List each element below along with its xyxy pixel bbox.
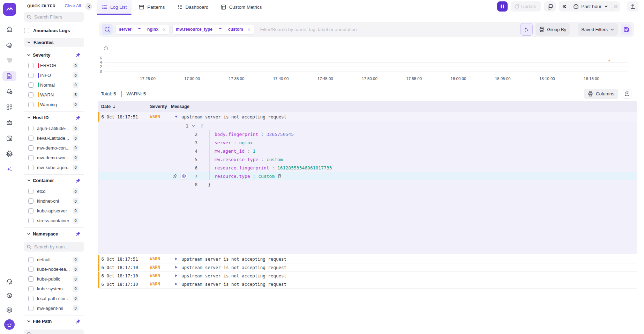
chart-canvas[interactable]: 024617:25:0017:30:0017:35:0017:40:0017:4… <box>89 37 644 86</box>
log-row[interactable]: 6 Oct 18:17:51WARNupstream server is not… <box>98 255 637 263</box>
filter-item-local-path-stor-[interactable]: local-path-stor..0 <box>24 293 84 303</box>
chip-key[interactable]: server <box>116 27 135 32</box>
expand-row-icon[interactable] <box>174 282 178 286</box>
ai-filter-button[interactable] <box>520 23 533 36</box>
json-value[interactable]: 1 <box>253 148 256 154</box>
json-key[interactable]: resource.fingerprint <box>215 165 269 170</box>
checkbox[interactable] <box>28 136 33 141</box>
log-row[interactable]: 6 Oct 18:17:10WARNupstream server is not… <box>98 263 637 272</box>
chip-operator[interactable]: = <box>216 27 225 32</box>
chip-remove-button[interactable] <box>162 27 169 32</box>
filter-item-kube-apiserver[interactable]: kube-apiserver0 <box>24 206 84 216</box>
search-filters-input[interactable] <box>34 14 76 20</box>
package-nav[interactable] <box>2 291 16 300</box>
checkbox[interactable] <box>28 198 33 204</box>
filter-item-etcd[interactable]: etcd0 <box>24 187 84 196</box>
expand-row-icon[interactable] <box>174 274 178 277</box>
copy-view-button[interactable] <box>544 1 556 12</box>
home-nav[interactable] <box>2 24 16 34</box>
json-value[interactable]: 16128553346861817733 <box>277 165 332 170</box>
filter-item-mw-kube-agen-[interactable]: mw-kube-agen..0 <box>24 162 84 172</box>
alerts-nav[interactable] <box>2 87 16 96</box>
json-key[interactable]: resource.type <box>215 174 250 179</box>
pin-icon[interactable] <box>76 178 81 183</box>
filter-item-kindnet-cni[interactable]: kindnet-cni0 <box>24 196 84 206</box>
tab-dashboard[interactable]: Dashboard <box>172 0 214 14</box>
pin-line-icon[interactable] <box>173 174 178 179</box>
checkbox[interactable] <box>28 73 33 78</box>
group-by-button[interactable]: Group By <box>536 23 570 36</box>
dashboard-builder-nav[interactable] <box>2 102 16 112</box>
namespace-search-input[interactable] <box>34 244 76 249</box>
anomalous-logs-checkbox[interactable] <box>24 28 29 33</box>
time-range-selector[interactable]: Past hour <box>570 1 612 12</box>
user-avatar[interactable] <box>4 319 15 330</box>
middleware-logo[interactable] <box>3 3 16 16</box>
filter-item-warn[interactable]: WARN5 <box>24 90 84 100</box>
checkbox[interactable] <box>28 286 33 291</box>
filter-item-error[interactable]: ERROR0 <box>24 61 84 71</box>
anomalous-logs-row[interactable]: Anomalous Logs <box>24 27 84 34</box>
filter-item-kube-public[interactable]: kube-public0 <box>24 274 84 284</box>
checkbox[interactable] <box>28 165 33 170</box>
traces-nav[interactable] <box>2 56 16 65</box>
checkbox[interactable] <box>28 267 33 272</box>
cloud-cost-nav[interactable] <box>2 40 16 50</box>
checkbox[interactable] <box>28 92 33 97</box>
json-key[interactable]: mw.agent_id <box>215 148 245 154</box>
checkbox[interactable] <box>28 126 33 131</box>
filter-item-mw-demo-wor-[interactable]: mw-demo-wor...0 <box>24 153 84 162</box>
json-key[interactable]: mw.resource_type <box>215 157 258 162</box>
time-back-button[interactable] <box>559 1 570 12</box>
checkbox[interactable] <box>28 63 33 68</box>
ai-sparkle-nav[interactable] <box>2 165 16 174</box>
section-header-severity[interactable]: Severity <box>24 52 84 58</box>
column-header-severity[interactable]: Severity <box>150 104 171 109</box>
chip-operator[interactable]: = <box>135 27 144 32</box>
collapse-row-icon[interactable] <box>174 115 178 118</box>
checkbox[interactable] <box>28 102 33 107</box>
checkbox[interactable] <box>28 276 33 282</box>
section-header-file-path[interactable]: File Path <box>24 318 84 325</box>
support-headset-nav[interactable] <box>2 276 16 286</box>
checkbox[interactable] <box>28 155 33 160</box>
checkbox[interactable] <box>28 189 33 194</box>
chip-value[interactable]: custom <box>225 27 246 32</box>
checkbox[interactable] <box>28 257 33 262</box>
chevron-down-icon[interactable] <box>192 124 195 128</box>
filter-item-keval-latitude-[interactable]: keval-Latitude...0 <box>24 133 84 143</box>
chip-remove-button[interactable] <box>246 27 254 32</box>
section-header-namespace[interactable]: Namespace <box>24 231 84 237</box>
help-button[interactable] <box>623 89 631 99</box>
filter-item-mw-demo-con-[interactable]: mw-demo-con...0 <box>24 143 84 153</box>
pin-icon[interactable] <box>76 52 81 57</box>
expand-row-icon[interactable] <box>174 257 178 261</box>
filter-item-normal[interactable]: Normal0 <box>24 80 84 90</box>
file-path-search-input[interactable] <box>34 332 76 334</box>
clear-all-link[interactable]: Clear All <box>65 3 81 8</box>
checkbox[interactable] <box>28 145 33 151</box>
session-replay-nav[interactable] <box>2 133 16 143</box>
saved-filters-button[interactable]: Saved Filters <box>578 23 618 36</box>
logs-nav[interactable] <box>2 71 16 81</box>
filter-item-kube-system[interactable]: kube-system0 <box>24 284 84 294</box>
expand-row-icon[interactable] <box>174 266 178 269</box>
infrastructure-nav[interactable] <box>2 149 16 159</box>
json-value[interactable]: nginx <box>239 140 253 145</box>
tab-log-list[interactable]: Log List <box>97 0 132 14</box>
json-value[interactable]: custom <box>267 157 283 162</box>
filter-item-info[interactable]: INFO0 <box>24 71 84 80</box>
checkbox[interactable] <box>28 306 33 311</box>
export-button[interactable] <box>627 1 638 12</box>
log-row[interactable]: 6 Oct 18:17:10WARNupstream server is not… <box>98 272 637 280</box>
column-header-message[interactable]: Message <box>171 104 189 109</box>
log-row-expanded[interactable]: 6 Oct 18:17:51WARNupstream server is not… <box>98 112 637 122</box>
copy-value-icon[interactable] <box>277 174 282 179</box>
columns-button[interactable]: Columns <box>584 89 618 99</box>
time-forward-button[interactable] <box>612 1 620 12</box>
chip-key[interactable]: mw.resource_type <box>173 27 216 32</box>
filter-search-placeholder[interactable]: Filter/Search by name, tag, label or ann… <box>260 27 521 32</box>
filter-item-default[interactable]: default0 <box>24 255 84 264</box>
scrollbar-track[interactable] <box>639 87 639 291</box>
filter-item-mw-agent-ns[interactable]: mw-agent-ns0 <box>24 303 84 313</box>
